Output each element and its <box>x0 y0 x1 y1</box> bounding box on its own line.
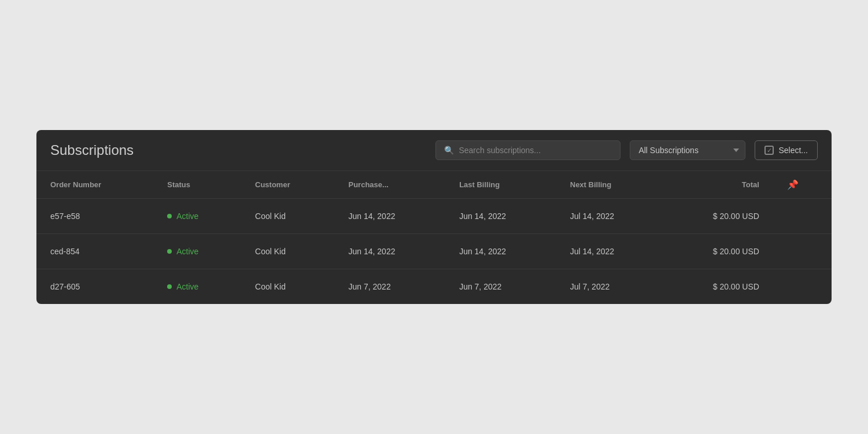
cell-order-number: e57-e58 <box>36 199 153 234</box>
cell-customer: Cool Kid <box>241 234 334 269</box>
panel-header: Subscriptions 🔍 All Subscriptions Select… <box>36 130 832 171</box>
cell-purchased: Jun 7, 2022 <box>335 269 446 305</box>
cell-order-number: d27-605 <box>36 269 153 305</box>
status-label: Active <box>176 212 198 221</box>
cell-next-billing: Jul 14, 2022 <box>556 234 663 269</box>
table-row[interactable]: ced-854 Active Cool Kid Jun 14, 2022 Jun… <box>36 234 832 269</box>
cell-total: $ 20.00 USD <box>663 199 773 234</box>
page-title: Subscriptions <box>50 142 134 158</box>
cell-order-number: ced-854 <box>36 234 153 269</box>
cell-last-billing: Jun 14, 2022 <box>445 234 556 269</box>
cell-last-billing: Jun 7, 2022 <box>445 269 556 305</box>
cell-customer: Cool Kid <box>241 269 334 305</box>
cell-pin <box>773 234 832 269</box>
col-header-next-billing: Next Billing <box>556 171 663 199</box>
table-row[interactable]: e57-e58 Active Cool Kid Jun 14, 2022 Jun… <box>36 199 832 234</box>
cell-purchased: Jun 14, 2022 <box>335 199 446 234</box>
search-input[interactable] <box>459 146 612 155</box>
cell-next-billing: Jul 7, 2022 <box>556 269 663 305</box>
table-header: Order Number Status Customer Purchase...… <box>36 171 832 199</box>
search-icon: 🔍 <box>444 146 454 155</box>
status-label: Active <box>176 282 198 291</box>
table-body: e57-e58 Active Cool Kid Jun 14, 2022 Jun… <box>36 199 832 305</box>
col-header-pin: 📌 <box>773 171 832 199</box>
table-row[interactable]: d27-605 Active Cool Kid Jun 7, 2022 Jun … <box>36 269 832 305</box>
cell-purchased: Jun 14, 2022 <box>335 234 446 269</box>
col-header-customer: Customer <box>241 171 334 199</box>
col-header-purchased: Purchase... <box>335 171 446 199</box>
col-header-order-number: Order Number <box>36 171 153 199</box>
select-button-label: Select... <box>778 146 808 155</box>
status-dot-icon <box>167 284 172 289</box>
subscriptions-table: Order Number Status Customer Purchase...… <box>36 171 832 304</box>
cell-status: Active <box>153 269 241 305</box>
pin-icon: 📌 <box>787 180 799 190</box>
checkbox-icon <box>764 146 774 155</box>
cell-status: Active <box>153 199 241 234</box>
filter-select[interactable]: All Subscriptions <box>630 140 745 160</box>
cell-next-billing: Jul 14, 2022 <box>556 199 663 234</box>
col-header-status: Status <box>153 171 241 199</box>
subscriptions-panel: Subscriptions 🔍 All Subscriptions Select… <box>36 130 832 304</box>
col-header-total: Total <box>663 171 773 199</box>
status-label: Active <box>176 247 198 256</box>
cell-customer: Cool Kid <box>241 199 334 234</box>
select-button[interactable]: Select... <box>755 140 818 160</box>
cell-total: $ 20.00 USD <box>663 269 773 305</box>
search-box: 🔍 <box>435 140 620 160</box>
cell-last-billing: Jun 14, 2022 <box>445 199 556 234</box>
status-dot-icon <box>167 249 172 254</box>
cell-pin <box>773 199 832 234</box>
status-dot-icon <box>167 214 172 218</box>
cell-status: Active <box>153 234 241 269</box>
cell-pin <box>773 269 832 305</box>
col-header-last-billing: Last Billing <box>445 171 556 199</box>
cell-total: $ 20.00 USD <box>663 234 773 269</box>
